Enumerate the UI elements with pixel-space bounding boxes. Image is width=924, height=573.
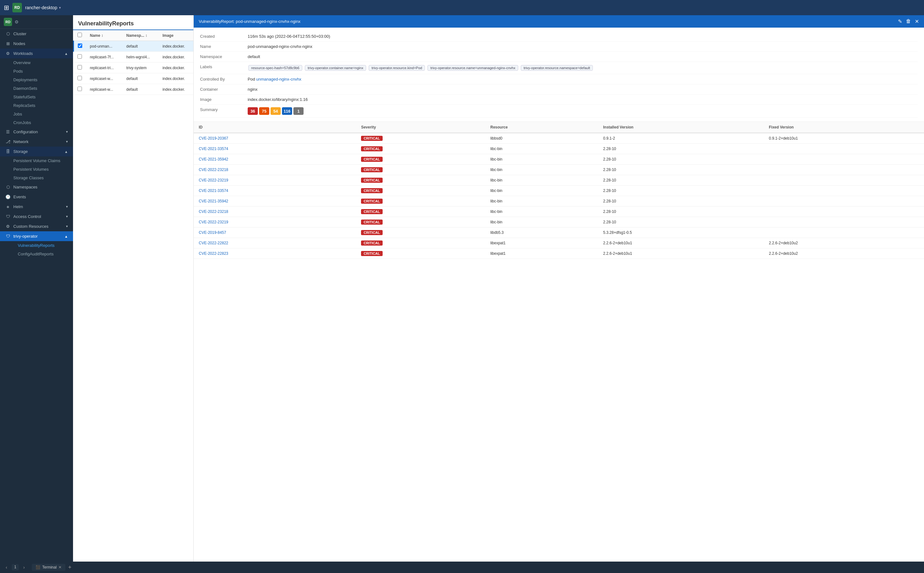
row-checkbox[interactable] (78, 44, 82, 48)
vuln-fixed (764, 186, 924, 196)
nav-forward-icon[interactable]: › (21, 564, 27, 570)
sidebar-sub-storage-classes[interactable]: Storage Classes (0, 174, 73, 182)
vuln-id[interactable]: CVE-2021-33574 (194, 186, 356, 196)
table-row[interactable]: pod-unman... default index.docker. (74, 41, 194, 52)
sidebar-item-custom-resources[interactable]: ⚙ Custom Resources ▾ (0, 221, 73, 231)
select-all-checkbox[interactable] (77, 33, 82, 37)
vuln-id[interactable]: CVE-2019-20367 (194, 133, 356, 144)
vuln-id-link[interactable]: CVE-2019-20367 (199, 136, 228, 141)
nodes-icon: ⊞ (5, 41, 11, 46)
vuln-id-link[interactable]: CVE-2022-23218 (199, 210, 228, 214)
table-row: CVE-2022-23219 CRITICAL libc-bin 2.28-10 (194, 175, 924, 186)
vuln-id[interactable]: CVE-2019-8457 (194, 227, 356, 238)
vuln-col-fixed: Fixed Version (764, 122, 924, 133)
vuln-fixed (764, 144, 924, 154)
add-tab-button[interactable]: + (68, 564, 71, 571)
sidebar-item-access-control[interactable]: 🛡 Access Control ▾ (0, 211, 73, 221)
vuln-id[interactable]: CVE-2022-23218 (194, 207, 356, 217)
detail-header-title: VulnerabilityReport: pod-unmanaged-nginx… (199, 19, 300, 24)
table-row[interactable]: replicaset-7f... helm-wgrxl4... index.do… (74, 52, 194, 63)
severity-badge: CRITICAL (361, 136, 382, 141)
namespace-value: default (248, 54, 918, 59)
grid-icon[interactable]: ⊞ (4, 4, 9, 11)
vuln-installed: 2.28-10 (598, 144, 764, 154)
vuln-id[interactable]: CVE-2022-23218 (194, 165, 356, 175)
vuln-id[interactable]: CVE-2022-22822 (194, 238, 356, 249)
vuln-id-link[interactable]: CVE-2022-22822 (199, 241, 228, 245)
vuln-id-link[interactable]: CVE-2022-23219 (199, 178, 228, 182)
close-icon[interactable]: ✕ (915, 19, 919, 24)
sidebar-sub-vuln-reports[interactable]: VulnerabilityReports (0, 241, 73, 250)
topbar: ⊞ RD rancher-desktop ▾ (0, 0, 924, 15)
vuln-id-link[interactable]: CVE-2021-35942 (199, 157, 228, 161)
detail-row-image: Image index.docker.io/library/nginx:1.16 (200, 94, 918, 105)
sidebar-sub-pv[interactable]: Persistent Volumes (0, 165, 73, 174)
vuln-id-link[interactable]: CVE-2022-22823 (199, 251, 228, 256)
sidebar-sub-replicasets[interactable]: ReplicaSets (0, 101, 73, 110)
vuln-id-link[interactable]: CVE-2021-35942 (199, 199, 228, 204)
sidebar-settings-icon[interactable]: ⚙ (15, 19, 19, 24)
sidebar-item-workloads[interactable]: ⚙ Workloads ▲ (0, 49, 73, 58)
reports-panel-title: VulnerabilityReports (73, 15, 193, 30)
vuln-id[interactable]: CVE-2021-33574 (194, 144, 356, 154)
vuln-id-link[interactable]: CVE-2021-33574 (199, 147, 228, 151)
vuln-fixed (764, 207, 924, 217)
sidebar-item-nodes[interactable]: ⊞ Nodes (0, 39, 73, 49)
table-row[interactable]: replicaset-w... default index.docker. (74, 84, 194, 95)
controlled-by-label: Controlled By (200, 77, 248, 81)
vuln-id[interactable]: CVE-2021-35942 (194, 196, 356, 207)
sidebar-sub-overview[interactable]: Overview (0, 58, 73, 67)
row-checkbox[interactable] (77, 87, 82, 91)
vuln-id[interactable]: CVE-2022-22823 (194, 249, 356, 259)
row-checkbox[interactable] (77, 65, 82, 69)
sidebar-item-events[interactable]: 🕐 Events (0, 192, 73, 202)
detail-info-section: Created 116m 53s ago (2022-06-04T12:55:5… (194, 28, 924, 122)
vuln-id[interactable]: CVE-2021-35942 (194, 154, 356, 165)
sidebar-sub-config-audit[interactable]: ConfigAuditReports (0, 250, 73, 258)
vuln-id-link[interactable]: CVE-2019-8457 (199, 230, 226, 235)
sidebar-item-namespaces[interactable]: ⬡ Namespaces (0, 182, 73, 192)
sidebar-item-network[interactable]: ⎇ Network ▾ (0, 137, 73, 147)
vuln-installed: 2.28-10 (598, 175, 764, 186)
table-row[interactable]: replicaset-tri... trivy-system index.doc… (74, 63, 194, 73)
sidebar-sub-cronjobs[interactable]: CronJobs (0, 118, 73, 127)
controlled-by-link[interactable]: unmanaged-nginx-cnvhx (256, 77, 301, 81)
sidebar-sub-deployments[interactable]: Deployments (0, 75, 73, 84)
detail-content: Created 116m 53s ago (2022-06-04T12:55:5… (194, 28, 924, 562)
vuln-id-link[interactable]: CVE-2022-23218 (199, 168, 228, 172)
vuln-severity: CRITICAL (356, 175, 485, 186)
created-value: 116m 53s ago (2022-06-04T12:55:50+03:00) (248, 34, 918, 39)
vuln-id-link[interactable]: CVE-2022-23219 (199, 220, 228, 224)
vuln-id[interactable]: CVE-2022-23219 (194, 217, 356, 227)
sidebar-sub-jobs[interactable]: Jobs (0, 110, 73, 118)
sidebar-item-label: Namespaces (13, 185, 38, 189)
sidebar-item-helm[interactable]: ⎈ Helm ▾ (0, 202, 73, 211)
sidebar-sub-daemonsets[interactable]: DaemonSets (0, 84, 73, 92)
table-row[interactable]: replicaset-w... default index.docker. (74, 73, 194, 84)
cluster-selector[interactable]: rancher-desktop ▾ (25, 5, 61, 10)
sidebar-item-configuration[interactable]: ☰ Configuration ▾ (0, 127, 73, 137)
terminal-close-icon[interactable]: ✕ (58, 565, 61, 570)
configuration-icon: ☰ (5, 130, 11, 134)
sidebar-item-label: trivy-operator (13, 234, 38, 239)
row-checkbox[interactable] (77, 54, 82, 59)
severity-badge: CRITICAL (361, 178, 382, 183)
sidebar-item-cluster[interactable]: ⬡ Cluster (0, 29, 73, 39)
nav-back-icon[interactable]: ‹ (4, 564, 9, 570)
terminal-tab[interactable]: ⬛ Terminal ✕ (32, 564, 66, 571)
delete-icon[interactable]: 🗑 (906, 19, 911, 24)
sidebar-item-trivy-operator[interactable]: 🛡 trivy-operator ▲ (0, 231, 73, 241)
row-checkbox[interactable] (77, 76, 82, 80)
sidebar-sub-pvc[interactable]: Persistent Volume Claims (0, 157, 73, 165)
table-row: CVE-2019-20367 CRITICAL libbsd0 0.9.1-2 … (194, 133, 924, 144)
severity-badge: CRITICAL (361, 230, 382, 235)
sidebar-item-storage[interactable]: 🗄 Storage ▲ (0, 147, 73, 157)
vuln-id[interactable]: CVE-2022-23219 (194, 175, 356, 186)
sidebar-sub-statefulsets[interactable]: StatefulSets (0, 92, 73, 101)
vuln-id-link[interactable]: CVE-2021-33574 (199, 188, 228, 193)
vuln-col-resource: Resource (485, 122, 598, 133)
detail-row-name: Name pod-unmanaged-nginx-cnvhx-nginx (200, 42, 918, 52)
sidebar-sub-pods[interactable]: Pods (0, 67, 73, 75)
summary-badge: 116 (282, 107, 292, 115)
edit-icon[interactable]: ✎ (898, 19, 902, 24)
